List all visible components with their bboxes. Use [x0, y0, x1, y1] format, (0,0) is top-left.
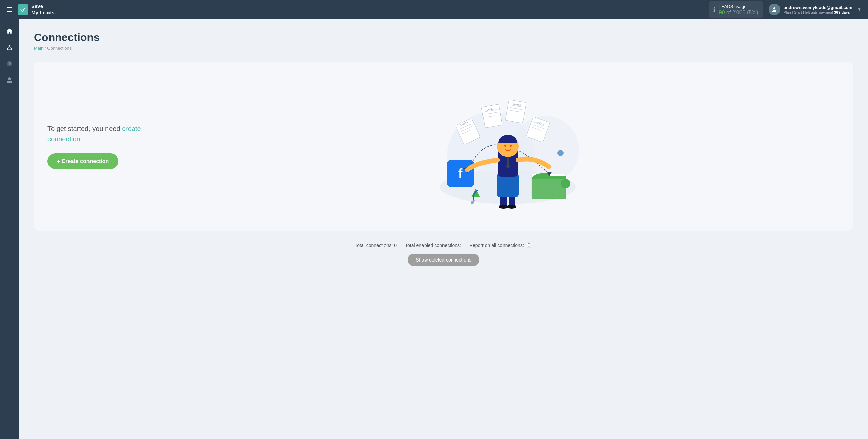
sidebar-item-billing[interactable]: $ [3, 57, 16, 70]
svg-rect-14 [532, 179, 566, 199]
svg-text:$: $ [8, 61, 11, 65]
sidebar: $ [0, 19, 19, 439]
sidebar-item-account[interactable] [3, 73, 16, 87]
show-deleted-button[interactable]: Show deleted connections [408, 254, 479, 266]
empty-state: To get started, you need createconnectio… [34, 62, 853, 231]
total-enabled-label: Total enabled connections: [405, 243, 461, 248]
empty-prompt: To get started, you need createconnectio… [47, 124, 141, 144]
leads-usage[interactable]: ℹ LEADS usage: 90 of 2'000 (5%) [709, 1, 763, 18]
avatar [769, 4, 780, 15]
total-connections-label: Total connections: 0 [355, 243, 397, 248]
report-label: Report on all connections: 📋 [469, 242, 532, 248]
svg-point-48 [561, 179, 570, 188]
svg-rect-41 [497, 173, 519, 197]
create-connection-link[interactable]: createconnection. [47, 125, 141, 143]
svg-point-39 [499, 205, 508, 209]
svg-text:f: f [458, 166, 463, 181]
leads-text: LEADS usage: 90 of 2'000 (5%) [719, 3, 758, 16]
sidebar-item-home[interactable] [3, 24, 16, 38]
svg-point-1 [9, 45, 10, 46]
user-info: andrewsavemyleads@gmail.com Plan | Start… [784, 5, 852, 14]
sidebar-item-connections[interactable] [3, 41, 16, 54]
create-connection-button[interactable]: + Create connection [47, 153, 118, 169]
topbar: ☰ Save My Leads. ℹ LEADS usage: 90 of 2'… [0, 0, 868, 19]
illustration: f Lead 1 [176, 82, 840, 211]
info-icon: ℹ [713, 6, 715, 13]
svg-point-0 [773, 7, 775, 9]
svg-line-5 [9, 46, 12, 49]
user-menu[interactable]: andrewsavemyleads@gmail.com Plan | Start… [769, 4, 861, 15]
empty-state-left: To get started, you need createconnectio… [47, 124, 176, 169]
svg-point-46 [510, 145, 512, 147]
svg-point-45 [504, 145, 506, 147]
logo: Save My Leads. [18, 3, 56, 16]
report-icon[interactable]: 📋 [526, 242, 532, 248]
svg-point-49 [557, 150, 564, 156]
chevron-down-icon: ▼ [857, 7, 861, 12]
logo-icon [18, 4, 28, 15]
svg-point-40 [507, 205, 516, 209]
footer-stats: Total connections: 0 Total enabled conne… [34, 242, 853, 248]
page-title: Connections [34, 31, 853, 44]
svg-line-4 [7, 46, 9, 49]
breadcrumb-home[interactable]: Main [34, 46, 43, 51]
main-content: Connections Main / Connections To get st… [19, 19, 868, 439]
breadcrumb: Main / Connections [34, 46, 853, 51]
svg-point-50 [471, 201, 474, 204]
logo-text: Save My Leads. [31, 3, 56, 16]
menu-icon[interactable]: ☰ [7, 6, 12, 13]
